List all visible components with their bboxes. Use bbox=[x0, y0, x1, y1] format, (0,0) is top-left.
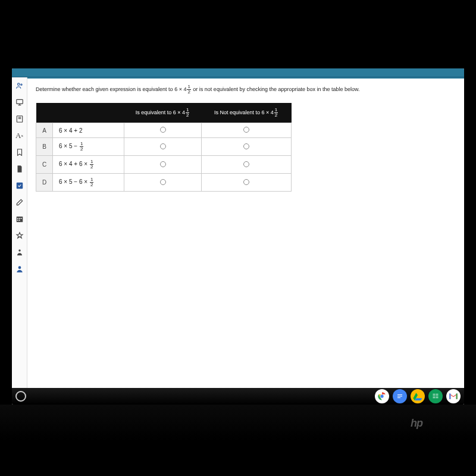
edit-icon[interactable] bbox=[15, 198, 24, 207]
page-icon[interactable] bbox=[15, 164, 24, 174]
table-row: A 6 × 4 + 2 bbox=[36, 123, 292, 138]
star-icon[interactable] bbox=[15, 231, 24, 240]
browser-tab-strip[interactable] bbox=[12, 68, 464, 77]
calendar-icon[interactable] bbox=[15, 214, 24, 224]
row-expression: 6 × 4 + 6 × 12 bbox=[53, 156, 124, 174]
svg-rect-24 bbox=[433, 397, 436, 398]
text-icon[interactable]: Ax bbox=[15, 131, 24, 140]
people-icon[interactable] bbox=[15, 81, 24, 90]
svg-rect-10 bbox=[20, 218, 21, 219]
prompt-fraction: 12 bbox=[187, 84, 190, 95]
prompt-prefix: Determine whether each given expression … bbox=[36, 86, 186, 92]
radio-equivalent[interactable] bbox=[124, 174, 202, 192]
svg-point-16 bbox=[380, 394, 383, 397]
taskbar bbox=[12, 388, 464, 405]
content-area: Ax Determine whether each given expressi… bbox=[12, 77, 464, 388]
sheets-icon[interactable] bbox=[428, 389, 443, 403]
radio-equivalent[interactable] bbox=[124, 138, 202, 156]
table-row: B 6 × 5 − 12 bbox=[36, 138, 292, 156]
table-header-row: Is equivalent to 6 × 412 Is Not equivale… bbox=[36, 103, 292, 123]
row-label: D bbox=[36, 174, 53, 192]
gmail-icon[interactable] bbox=[446, 389, 461, 403]
radio-not-equivalent[interactable] bbox=[202, 174, 292, 192]
svg-rect-20 bbox=[433, 394, 436, 394]
laptop-frame: Ax Determine whether each given expressi… bbox=[0, 68, 476, 440]
screen: Ax Determine whether each given expressi… bbox=[12, 68, 464, 405]
row-label: B bbox=[36, 138, 53, 156]
svg-rect-8 bbox=[17, 218, 18, 219]
row-expression: 6 × 4 + 2 bbox=[53, 123, 124, 138]
svg-rect-7 bbox=[16, 217, 23, 222]
svg-point-0 bbox=[17, 83, 20, 86]
svg-rect-19 bbox=[397, 397, 400, 398]
svg-rect-23 bbox=[436, 396, 439, 396]
keyboard-bezel: hp bbox=[0, 405, 476, 440]
question-prompt: Determine whether each given expression … bbox=[36, 84, 456, 95]
svg-rect-22 bbox=[433, 396, 436, 396]
radio-not-equivalent[interactable] bbox=[202, 156, 292, 174]
prompt-suffix: or is not equivalent by checking the app… bbox=[192, 86, 360, 92]
svg-rect-11 bbox=[17, 220, 18, 221]
docs-icon[interactable] bbox=[393, 389, 407, 403]
row-label: C bbox=[36, 156, 53, 174]
main-panel: Determine whether each given expression … bbox=[27, 77, 464, 388]
launcher-icon[interactable] bbox=[15, 391, 26, 402]
drive-icon[interactable] bbox=[411, 389, 425, 403]
svg-rect-17 bbox=[397, 394, 402, 395]
svg-point-13 bbox=[18, 249, 21, 252]
svg-rect-21 bbox=[436, 394, 439, 394]
svg-rect-9 bbox=[18, 218, 20, 219]
present-icon[interactable] bbox=[15, 98, 24, 107]
svg-rect-25 bbox=[436, 397, 439, 398]
book-icon[interactable] bbox=[15, 114, 24, 124]
radio-equivalent[interactable] bbox=[124, 123, 202, 138]
table-header-not-equivalent: Is Not equivalent to 6 × 412 bbox=[202, 103, 292, 123]
radio-not-equivalent[interactable] bbox=[202, 123, 292, 138]
table-row: D 6 × 5 − 6 × 12 bbox=[36, 174, 292, 192]
radio-not-equivalent[interactable] bbox=[202, 138, 292, 156]
svg-rect-6 bbox=[16, 183, 23, 189]
row-expression: 6 × 5 − 12 bbox=[53, 138, 124, 156]
accent-divider bbox=[27, 77, 464, 79]
svg-rect-12 bbox=[18, 220, 20, 221]
svg-rect-2 bbox=[16, 99, 23, 104]
radio-equivalent[interactable] bbox=[124, 156, 202, 174]
equivalence-table: Is equivalent to 6 × 412 Is Not equivale… bbox=[36, 103, 292, 192]
svg-point-14 bbox=[18, 266, 21, 269]
person-icon[interactable] bbox=[15, 248, 24, 257]
table-header-equivalent: Is equivalent to 6 × 412 bbox=[124, 103, 202, 123]
row-label: A bbox=[36, 123, 53, 138]
chrome-icon[interactable] bbox=[375, 389, 389, 403]
svg-point-1 bbox=[20, 84, 21, 85]
table-header-blank bbox=[36, 103, 124, 123]
brand-logo: hp bbox=[411, 417, 422, 430]
left-toolbar: Ax bbox=[12, 77, 27, 388]
svg-rect-18 bbox=[397, 396, 402, 397]
table-row: C 6 × 4 + 6 × 12 bbox=[36, 156, 292, 174]
bookmark-icon[interactable] bbox=[15, 148, 24, 157]
row-expression: 6 × 5 − 6 × 12 bbox=[53, 174, 124, 192]
user-icon[interactable] bbox=[15, 264, 24, 274]
check-icon[interactable] bbox=[15, 181, 24, 190]
